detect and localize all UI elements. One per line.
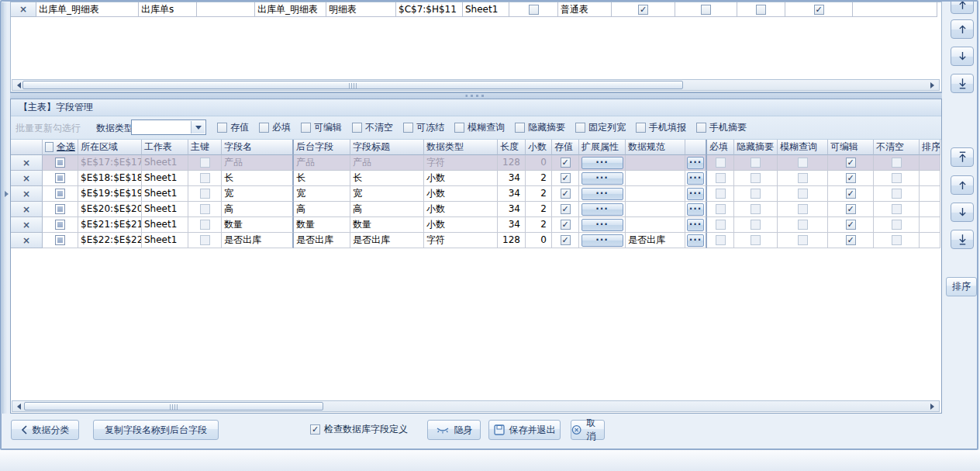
checkbox-table-flag-1[interactable] — [529, 5, 539, 15]
cell-backend-field[interactable]: 长 — [294, 171, 350, 186]
checkbox-table-flag-4[interactable] — [756, 5, 766, 15]
checkbox-editable[interactable] — [846, 220, 856, 230]
cell-sort[interactable] — [920, 233, 940, 248]
scrollbar-thumb[interactable] — [22, 81, 683, 89]
cell-field-name[interactable]: 产品 — [222, 155, 294, 171]
cell-select-all[interactable] — [43, 155, 78, 171]
delete-field-button[interactable]: × — [11, 202, 43, 217]
cell-table-flag-1[interactable] — [509, 2, 558, 17]
cell-data-spec[interactable] — [626, 217, 685, 233]
cell-worksheet[interactable]: Sheet1 — [142, 233, 188, 248]
cell-data-type[interactable]: 小数 — [424, 202, 498, 217]
checkbox-primary-key[interactable] — [200, 158, 210, 168]
cell-no-clear[interactable] — [874, 155, 920, 171]
cell-select-all[interactable] — [43, 186, 78, 202]
checkbox-required[interactable] — [716, 173, 726, 183]
checkbox-select-all[interactable] — [55, 158, 65, 168]
toolbar-option-checkbox-5[interactable] — [454, 123, 464, 133]
checkbox-hide-summary[interactable] — [751, 189, 761, 199]
cell-detail-title[interactable]: 明细表 — [326, 2, 396, 17]
delete-table-button[interactable]: × — [11, 2, 36, 17]
cell-data-type[interactable]: 字符 — [424, 155, 498, 171]
toolbar-option-checkbox-4[interactable] — [403, 123, 413, 133]
ext-props-button[interactable]: ··· — [581, 234, 623, 247]
table-move-bottom-button[interactable] — [951, 74, 974, 93]
checkbox-store-value[interactable] — [561, 173, 571, 183]
cell-table-flag-3[interactable] — [675, 2, 737, 17]
cell-more[interactable]: ··· — [685, 202, 707, 217]
cell-field-title[interactable]: 高 — [350, 202, 424, 217]
table-move-up-button[interactable] — [951, 19, 974, 39]
cell-field-title[interactable]: 宽 — [350, 186, 424, 202]
cell-blank[interactable] — [197, 2, 255, 17]
cell-no-clear[interactable] — [874, 202, 920, 217]
cell-ext-props[interactable]: ··· — [579, 217, 626, 233]
checkbox-fuzzy-search[interactable] — [798, 173, 808, 183]
checkbox-no-clear[interactable] — [892, 189, 902, 199]
checkbox-fuzzy-search[interactable] — [798, 158, 808, 168]
cell-field-name[interactable]: 是否出库 — [222, 233, 294, 248]
cell-field-name[interactable]: 高 — [222, 202, 294, 217]
toolbar-option-checkbox-6[interactable] — [515, 123, 525, 133]
top-horizontal-scrollbar[interactable] — [12, 79, 940, 91]
save-exit-button[interactable]: 保存并退出 — [488, 420, 561, 440]
table-move-top-button[interactable] — [951, 0, 974, 14]
cell-table-flag-4[interactable] — [737, 2, 785, 17]
checkbox-fuzzy-search[interactable] — [798, 235, 808, 245]
cell-data-type[interactable]: 小数 — [424, 217, 498, 233]
checkbox-required[interactable] — [716, 158, 726, 168]
cell-primary-key[interactable] — [188, 202, 222, 217]
checkbox-no-clear[interactable] — [892, 204, 902, 214]
toolbar-option-checkbox-9[interactable] — [696, 123, 706, 133]
checkbox-hide-summary[interactable] — [751, 235, 761, 245]
cell-length[interactable]: 34 — [498, 171, 526, 186]
cell-data-spec[interactable] — [626, 186, 685, 202]
delete-field-button[interactable]: × — [11, 233, 43, 248]
cell-select-all[interactable] — [43, 202, 78, 217]
cell-select-all[interactable] — [43, 233, 78, 248]
cell-length[interactable]: 34 — [498, 202, 526, 217]
delete-field-button[interactable]: × — [11, 217, 43, 233]
cell-sort[interactable] — [920, 186, 940, 202]
data-category-button[interactable]: 数据分类 — [11, 420, 79, 440]
ext-props-button[interactable]: ··· — [581, 203, 623, 216]
toolbar-option-checkbox-0[interactable] — [217, 123, 227, 133]
more-button[interactable]: ··· — [687, 219, 704, 231]
cell-worksheet[interactable]: Sheet1 — [142, 171, 188, 186]
cell-field-name[interactable]: 数量 — [222, 217, 294, 233]
scroll-right-icon[interactable] — [929, 401, 939, 411]
checkbox-select-all[interactable] — [55, 204, 65, 214]
cell-backend-field[interactable]: 数量 — [294, 217, 350, 233]
toolbar-option-checkbox-2[interactable] — [301, 123, 311, 133]
checkbox-store-value[interactable] — [561, 235, 571, 245]
cell-more[interactable]: ··· — [685, 171, 707, 186]
cell-blank-tail[interactable] — [853, 2, 937, 17]
checkbox-editable[interactable] — [846, 189, 856, 199]
cell-region[interactable]: $E$17:$E$17 — [78, 155, 142, 171]
checkbox-store-value[interactable] — [561, 220, 571, 230]
cell-no-clear[interactable] — [874, 171, 920, 186]
cell-ext-props[interactable]: ··· — [579, 186, 626, 202]
cell-editable[interactable] — [828, 217, 874, 233]
checkbox-primary-key[interactable] — [200, 204, 210, 214]
cell-decimals[interactable]: 0 — [526, 233, 552, 248]
cell-editable[interactable] — [828, 171, 874, 186]
ext-props-button[interactable]: ··· — [581, 157, 623, 169]
cell-field-name[interactable]: 宽 — [222, 186, 294, 202]
field-move-top-button[interactable] — [951, 147, 974, 167]
cell-more[interactable]: ··· — [685, 233, 707, 248]
cell-data-type[interactable]: 字符 — [424, 233, 498, 248]
cell-no-clear[interactable] — [874, 217, 920, 233]
cell-store-value[interactable] — [552, 171, 579, 186]
scroll-left-icon[interactable] — [12, 80, 22, 90]
cell-required[interactable] — [707, 217, 734, 233]
cell-length[interactable]: 128 — [498, 233, 526, 248]
scroll-right-icon[interactable] — [929, 80, 939, 90]
checkbox-editable[interactable] — [846, 235, 856, 245]
checkbox-primary-key[interactable] — [200, 235, 210, 245]
cell-fuzzy-search[interactable] — [778, 155, 828, 171]
delete-field-button[interactable]: × — [11, 171, 43, 186]
cell-data-spec[interactable] — [626, 202, 685, 217]
cell-no-clear[interactable] — [874, 233, 920, 248]
more-button[interactable]: ··· — [687, 157, 704, 169]
